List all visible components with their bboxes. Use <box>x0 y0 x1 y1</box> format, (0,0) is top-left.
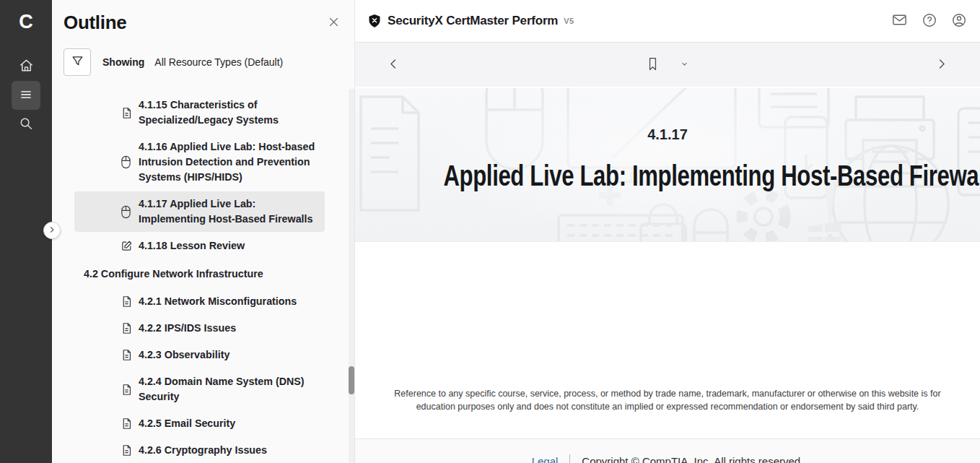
chevron-right-icon <box>935 57 948 73</box>
app-window: C Outline Showing All Resource T <box>0 0 980 463</box>
legal-link[interactable]: Legal <box>532 454 559 463</box>
previous-lesson-button[interactable] <box>382 53 405 77</box>
chevron-left-icon <box>387 57 401 73</box>
help-icon <box>922 12 937 30</box>
edit-icon <box>121 240 133 252</box>
document-icon <box>121 417 133 430</box>
bookmark-icon <box>646 56 660 74</box>
search-button[interactable] <box>12 110 40 139</box>
mouse-icon <box>121 155 133 169</box>
close-icon <box>328 20 340 30</box>
outline-item-label: 4.1.18 Lesson Review <box>139 238 245 254</box>
outline-list: 4.1.15 Characteristics of Specialized/Le… <box>52 92 354 463</box>
close-outline-button[interactable] <box>325 13 343 33</box>
account-button[interactable] <box>951 12 967 30</box>
shield-logo-icon <box>368 14 381 28</box>
next-lesson-button[interactable] <box>930 53 953 77</box>
app-title: SecurityX CertMaster Perform <box>388 14 558 28</box>
filter-icon <box>71 54 84 70</box>
outline-item-label: 4.2.1 Network Misconfigurations <box>139 294 297 309</box>
outline-header: Outline <box>52 0 354 34</box>
outline-item-label: 4.2.2 IPS/IDS Issues <box>139 321 236 336</box>
lesson-body: Reference to any specific course, servic… <box>355 242 980 438</box>
outline-section-header[interactable]: 4.2 Configure Network Infrastructure <box>84 267 340 282</box>
rail-nav <box>12 52 40 139</box>
bookmark-group <box>642 52 694 78</box>
document-icon <box>121 349 133 361</box>
outline-panel: Outline Showing All Resource Types (Defa… <box>52 0 355 463</box>
outline-item-label: 4.2.5 Email Security <box>139 416 235 431</box>
outline-item-label: 4.2.4 Domain Name System (DNS) Security <box>139 374 318 404</box>
main-content: SecurityX CertMaster Perform v5 <box>355 0 980 463</box>
outline-item[interactable]: 4.1.16 Applied Live Lab: Host-based Intr… <box>74 134 325 190</box>
footer-divider <box>569 454 570 463</box>
app-header: SecurityX CertMaster Perform v5 <box>355 0 980 43</box>
outline-item-label: 4.1.16 Applied Live Lab: Host-based Intr… <box>139 139 318 185</box>
filter-button[interactable] <box>64 48 91 76</box>
footer-row: Legal Copyright © CompTIA, Inc. All righ… <box>532 454 804 463</box>
version-badge: v5 <box>564 17 574 25</box>
outline-item[interactable]: 4.2.1 Network Misconfigurations <box>74 289 325 314</box>
outline-menu-button[interactable] <box>12 81 40 110</box>
outline-item-label: 4.2.6 Cryptography Issues <box>139 443 267 458</box>
copyright-text: Copyright © CompTIA, Inc. All rights res… <box>582 454 803 463</box>
bookmark-button[interactable] <box>642 52 664 78</box>
chevron-right-icon <box>48 225 56 236</box>
panel-expand-button[interactable] <box>43 222 61 239</box>
outline-item[interactable]: 4.2.2 IPS/IDS Issues <box>74 316 325 341</box>
comptia-logo: C <box>19 9 33 35</box>
document-icon <box>121 107 133 119</box>
messages-button[interactable] <box>891 12 908 30</box>
outline-item[interactable]: 4.1.17 Applied Live Lab: Implementing Ho… <box>74 191 325 232</box>
lesson-hero-banner: 4.1.17 Applied Live Lab: Implementing Ho… <box>355 88 980 242</box>
outline-item[interactable]: 4.1.18 Lesson Review <box>74 233 325 259</box>
outline-item-label: 4.2.3 Observability <box>139 347 229 363</box>
outline-item[interactable]: 4.2.6 Cryptography Issues <box>74 438 325 463</box>
document-icon <box>121 322 133 334</box>
outline-item-label: 4.1.15 Characteristics of Specialized/Le… <box>139 98 318 128</box>
home-button[interactable] <box>12 52 40 81</box>
outline-item[interactable]: 4.2.3 Observability <box>74 342 325 368</box>
outline-item[interactable]: 4.1.15 Characteristics of Specialized/Le… <box>74 92 325 133</box>
filter-value: All Resource Types (Default) <box>154 56 283 68</box>
document-icon <box>121 444 133 456</box>
chevron-down-icon <box>680 59 689 71</box>
document-icon <box>121 295 133 308</box>
outline-item-label: 4.1.17 Applied Live Lab: Implementing Ho… <box>139 196 318 227</box>
outline-item[interactable]: 4.2.4 Domain Name System (DNS) Security <box>74 369 325 410</box>
mouse-icon <box>121 205 133 219</box>
outline-scrollbar-thumb[interactable] <box>349 366 354 394</box>
lesson-nav-bar <box>355 43 980 88</box>
hero-text-block: 4.1.17 Applied Live Lab: Implementing Ho… <box>355 88 980 193</box>
home-icon <box>18 57 35 76</box>
help-button[interactable] <box>922 12 937 30</box>
disclaimer-text: Reference to any specific course, servic… <box>385 387 950 413</box>
outline-item[interactable]: 4.2.5 Email Security <box>74 411 325 436</box>
filter-showing-label: Showing <box>102 56 144 68</box>
document-icon <box>121 384 133 396</box>
mail-icon <box>891 12 908 30</box>
menu-icon <box>18 87 34 105</box>
bookmark-menu-button[interactable] <box>675 55 694 75</box>
lesson-title: Applied Live Lab: Implementing Host-Base… <box>355 159 980 193</box>
outline-scrollbar-track[interactable] <box>349 89 354 463</box>
lesson-number: 4.1.17 <box>355 126 980 143</box>
search-icon <box>18 116 34 134</box>
outline-title: Outline <box>64 12 126 34</box>
page-footer: Legal Copyright © CompTIA, Inc. All righ… <box>355 438 980 463</box>
filter-row: Showing All Resource Types (Default) <box>64 48 343 76</box>
account-icon <box>951 12 967 30</box>
